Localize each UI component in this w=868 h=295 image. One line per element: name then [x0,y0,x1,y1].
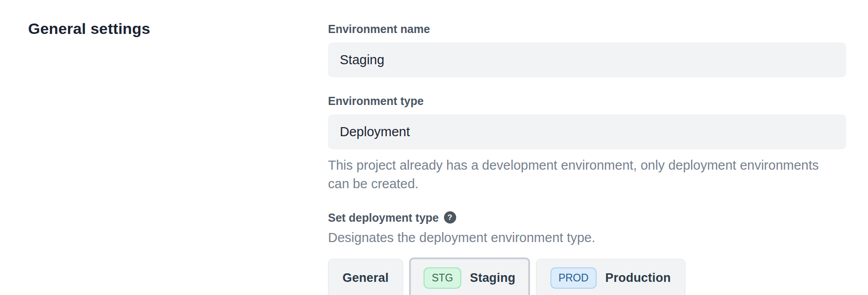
type-button-production-label: Production [605,271,671,285]
type-button-staging-label: Staging [470,271,515,285]
type-button-general-label: General [342,271,389,285]
stg-badge: STG [424,267,461,289]
environment-type-label: Environment type [328,95,846,108]
type-button-staging[interactable]: STG Staging [409,257,530,295]
environment-type-field: Environment type This project already ha… [328,95,846,193]
prod-badge: PROD [550,267,597,289]
deployment-type-options: General STG Staging PROD Production [328,257,846,295]
settings-form: Environment name Environment type This p… [328,20,846,295]
general-settings-page: General settings Environment name Enviro… [0,0,868,295]
page-title: General settings [28,20,328,38]
type-button-production[interactable]: PROD Production [536,259,685,295]
type-button-general[interactable]: General [328,259,403,295]
environment-name-label: Environment name [328,23,846,36]
environment-type-input[interactable] [328,114,846,149]
deployment-type-description: Designates the deployment environment ty… [328,230,846,246]
environment-name-field: Environment name [328,23,846,77]
section-heading-column: General settings [28,20,328,295]
environment-name-input[interactable] [328,43,846,77]
question-mark-icon[interactable]: ? [444,211,456,224]
deployment-type-label-row: Set deployment type ? [328,211,846,224]
deployment-type-label: Set deployment type [328,211,439,224]
environment-type-help-text: This project already has a development e… [328,156,835,193]
